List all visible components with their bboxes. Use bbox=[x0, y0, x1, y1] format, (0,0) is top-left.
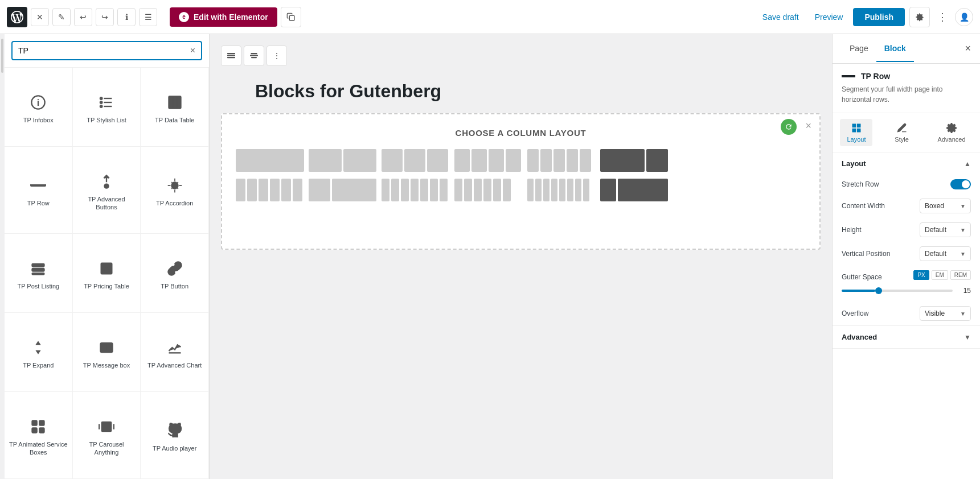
redo-button[interactable]: ↪ bbox=[96, 8, 114, 26]
content-width-select[interactable]: Boxed ▼ bbox=[920, 199, 971, 213]
search-input[interactable] bbox=[18, 46, 187, 55]
edit-with-elementor-button[interactable]: e Edit with Elementor bbox=[170, 7, 277, 27]
content-width-value: Boxed bbox=[925, 202, 944, 210]
widget-item-animated-service-boxes[interactable]: TP Animated Service Boxes bbox=[5, 392, 73, 479]
col-layout-4[interactable] bbox=[454, 149, 523, 172]
svg-rect-31 bbox=[102, 422, 111, 431]
advanced-section-header[interactable]: Advanced ▼ bbox=[833, 326, 980, 348]
gutter-slider-thumb[interactable] bbox=[875, 287, 882, 294]
widget-item-infobox[interactable]: i TP Infobox bbox=[5, 68, 73, 147]
widget-item-post-listing[interactable]: TP Post Listing bbox=[5, 234, 73, 313]
search-clear-button[interactable]: × bbox=[190, 46, 195, 56]
advanced-buttons-label: TP Advanced Buttons bbox=[77, 195, 136, 212]
close-button[interactable]: ✕ bbox=[31, 8, 49, 26]
publish-button[interactable]: Publish bbox=[853, 8, 905, 26]
svg-rect-39 bbox=[251, 57, 257, 58]
widget-item-expand[interactable]: TP Expand bbox=[5, 313, 73, 392]
col-layout-6[interactable] bbox=[236, 179, 304, 201]
widget-item-data-table[interactable]: TP Data Table bbox=[141, 68, 209, 147]
layout-section-header[interactable]: Layout ▲ bbox=[833, 152, 980, 175]
edit-icon-button[interactable]: ✎ bbox=[52, 8, 71, 26]
svg-rect-34 bbox=[227, 53, 235, 54]
widget-item-stylish-list[interactable]: TP Stylish List bbox=[73, 68, 141, 147]
advanced-settings-section: Advanced ▼ bbox=[833, 326, 980, 349]
gutter-em-button[interactable]: EM bbox=[932, 270, 948, 280]
vertical-position-select[interactable]: Default ▼ bbox=[920, 246, 971, 261]
save-draft-button[interactable]: Save draft bbox=[757, 9, 805, 25]
svg-rect-38 bbox=[250, 55, 258, 56]
advanced-tab[interactable]: Advanced bbox=[931, 119, 973, 146]
col-layout-1-2[interactable] bbox=[309, 179, 377, 201]
col-layout-7[interactable] bbox=[382, 179, 450, 201]
overflow-select[interactable]: Visible ▼ bbox=[920, 306, 971, 321]
editor-toolbar: ⋮ bbox=[221, 46, 821, 66]
svg-rect-42 bbox=[852, 129, 856, 133]
gutter-slider-value: 15 bbox=[957, 287, 971, 295]
widget-item-audio-player[interactable]: TP Audio player bbox=[141, 392, 209, 479]
search-bar: × bbox=[5, 34, 209, 68]
svg-rect-15 bbox=[30, 184, 46, 185]
col-layout-1-3[interactable] bbox=[600, 179, 669, 201]
gutter-section: Gutter Space PX EM REM 15 bbox=[833, 266, 980, 302]
svg-rect-20 bbox=[32, 273, 44, 274]
settings-button[interactable] bbox=[909, 7, 930, 27]
wordpress-logo[interactable] bbox=[7, 7, 27, 27]
widget-item-row[interactable]: TP Row bbox=[5, 147, 73, 234]
style-tab[interactable]: Style bbox=[888, 119, 915, 146]
undo-button[interactable]: ↩ bbox=[74, 8, 92, 26]
gutter-units: PX EM REM bbox=[913, 270, 971, 280]
stretch-row-toggle[interactable] bbox=[950, 179, 971, 189]
info-button[interactable]: ℹ bbox=[117, 8, 136, 26]
align-center-button[interactable] bbox=[244, 46, 264, 66]
more-options-editor-button[interactable]: ⋮ bbox=[266, 46, 287, 66]
vertical-position-value: Default bbox=[925, 250, 946, 258]
search-input-wrap: × bbox=[11, 41, 202, 60]
accordion-label: TP Accordion bbox=[156, 199, 193, 207]
page-title: Blocks for Gutenberg bbox=[221, 81, 821, 102]
left-scroll bbox=[0, 34, 5, 479]
animated-service-boxes-label: TP Animated Service Boxes bbox=[9, 440, 68, 457]
widget-item-pricing-table[interactable]: $ TP Pricing Table bbox=[73, 234, 141, 313]
widget-item-advanced-chart[interactable]: TP Advanced Chart bbox=[141, 313, 209, 392]
copy-button[interactable] bbox=[281, 7, 301, 27]
refresh-icon[interactable] bbox=[781, 119, 797, 135]
col-layout-6b[interactable] bbox=[454, 179, 523, 201]
column-chooser-title: CHOOSE A COLUMN LAYOUT bbox=[236, 128, 806, 138]
widget-item-message-box[interactable]: ! TP Message box bbox=[73, 313, 141, 392]
pricing-table-label: TP Pricing Table bbox=[84, 282, 129, 290]
col-layout-1[interactable] bbox=[236, 149, 304, 172]
right-panel-close-button[interactable]: × bbox=[965, 43, 971, 55]
col-layout-8[interactable] bbox=[527, 179, 596, 201]
button-icon bbox=[165, 258, 185, 279]
col-layout-5[interactable] bbox=[527, 149, 596, 172]
gutter-px-button[interactable]: PX bbox=[913, 270, 929, 280]
col-layout-3[interactable] bbox=[382, 149, 450, 172]
widget-item-button[interactable]: TP Button bbox=[141, 234, 209, 313]
elementor-icon-text: e bbox=[182, 14, 186, 20]
gutter-rem-button[interactable]: REM bbox=[950, 270, 971, 280]
widget-item-accordion[interactable]: TP Accordion bbox=[141, 147, 209, 234]
list-button[interactable]: ☰ bbox=[139, 8, 157, 26]
pricing-table-icon: $ bbox=[96, 258, 117, 279]
preview-button[interactable]: Preview bbox=[809, 9, 849, 25]
widget-item-advanced-buttons[interactable]: TP Advanced Buttons bbox=[73, 147, 141, 234]
col-layout-2-1[interactable] bbox=[600, 149, 669, 172]
canvas-area: ⋮ Blocks for Gutenberg CHOOSE A COLUMN L… bbox=[210, 34, 832, 479]
gutter-slider-track bbox=[842, 290, 953, 292]
tab-block[interactable]: Block bbox=[876, 36, 914, 62]
svg-rect-18 bbox=[32, 264, 44, 267]
widgets-grid: i TP Infobox TP Stylish List TP Data Tab… bbox=[5, 68, 209, 479]
content-width-row: Content Width Boxed ▼ bbox=[833, 194, 980, 218]
layout-section: Layout ▲ Stretch Row Content Width Boxed… bbox=[833, 152, 980, 326]
elementor-icon: e bbox=[179, 12, 189, 22]
tab-page[interactable]: Page bbox=[842, 36, 876, 62]
profile-button[interactable]: 👤 bbox=[955, 8, 973, 26]
height-select[interactable]: Default ▼ bbox=[920, 222, 971, 237]
align-left-button[interactable] bbox=[221, 46, 241, 66]
col-layout-2[interactable] bbox=[309, 149, 377, 172]
layout-tab[interactable]: Layout bbox=[840, 119, 872, 146]
widget-item-carousel-anything[interactable]: TP Carousel Anything bbox=[73, 392, 141, 479]
column-chooser-close-button[interactable]: × bbox=[805, 120, 811, 132]
block-info-header: TP Row bbox=[842, 72, 971, 81]
more-options-button[interactable]: ⋮ bbox=[934, 9, 950, 25]
